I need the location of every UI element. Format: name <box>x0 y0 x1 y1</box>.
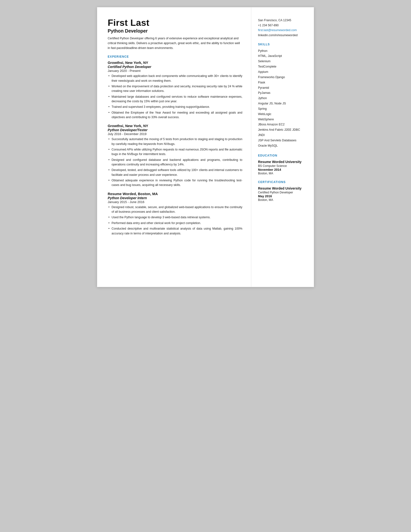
skills-section-header: SKILLS <box>258 43 307 46</box>
skill-item-15: Jenkins And Fabric J2EE JDBC <box>258 127 307 133</box>
contact-linkedin: linkedin.com/in/resumeworded <box>258 33 307 38</box>
skill-item-1: HTML, JavaScript <box>258 54 307 59</box>
experience-item-1: Growthsi, New York, NYPython Developer/T… <box>108 124 242 187</box>
skill-item-7: Pyramid <box>258 85 307 91</box>
company-name-2: Resume Worded, <box>108 192 137 196</box>
skill-item-8: PyJamas <box>258 90 307 96</box>
exp-role-2: Python Developer Intern <box>108 196 242 200</box>
skill-item-0: Python <box>258 48 307 54</box>
exp-bullet-1-3: Developed, tested, and debugged software… <box>108 168 242 177</box>
exp-dates-2: January 2015 - June 2016 <box>108 200 242 204</box>
education-item-0: Resume Worded UniversityBS Computer Scie… <box>258 160 307 175</box>
candidate-title: Python Developer <box>108 28 242 34</box>
edu-degree-0: BS Computer Science <box>258 164 307 168</box>
skill-item-6: Flask <box>258 80 307 85</box>
skill-item-10: Angular JS; Node JS <box>258 101 307 106</box>
skill-item-12: WebLogic <box>258 112 307 117</box>
exp-role-1: Python Developer/Tester <box>108 128 242 132</box>
edu-location-0: Boston, MA <box>258 172 307 175</box>
contact-phone: +1 234 567-890 <box>258 23 307 28</box>
exp-bullet-2-0: Designed robust, scalable, secure, and g… <box>108 205 242 214</box>
skill-item-4: Appium <box>258 69 307 75</box>
candidate-summary: Certified Python Developer offering 6 ye… <box>108 36 242 51</box>
contact-address: San Francisco, CA 12345 <box>258 18 307 23</box>
contact-block: San Francisco, CA 12345 +1 234 567-890 f… <box>258 18 307 38</box>
experience-container: Growthsi, New York, NYCertified Python D… <box>108 61 242 236</box>
exp-bullet-1-2: Designed and configured database and bac… <box>108 158 242 167</box>
resume-page: First Last Python Developer Certified Py… <box>97 7 314 287</box>
experience-item-2: Resume Worded, Boston, MAPython Develope… <box>108 192 242 236</box>
skill-item-16: JNDI <box>258 133 307 138</box>
experience-section-header: EXPERIENCE <box>108 55 242 58</box>
exp-bullets-0: Developed web application back end compo… <box>108 74 242 120</box>
skill-item-5: Frameworks Django <box>258 75 307 80</box>
skill-item-11: Spring <box>258 106 307 112</box>
company-name-1: Growthsi, <box>108 124 124 128</box>
education-container: Resume Worded UniversityBS Computer Scie… <box>258 160 307 175</box>
exp-company-2: Resume Worded, Boston, MA <box>108 192 242 196</box>
email-link[interactable]: first.last@resumeworded.com <box>258 28 297 32</box>
skill-item-13: WebSphere <box>258 117 307 122</box>
cert-institution-0: Resume Worded University <box>258 186 307 190</box>
candidate-name: First Last <box>108 18 242 28</box>
exp-company-0: Growthsi, New York, NY <box>108 61 242 65</box>
left-column: First Last Python Developer Certified Py… <box>97 7 251 287</box>
company-name-0: Growthsi, <box>108 61 124 65</box>
exp-bullet-1-4: Obtained adequate experience in reviewin… <box>108 178 242 188</box>
exp-bullets-2: Designed robust, scalable, secure, and g… <box>108 205 242 236</box>
exp-bullet-2-2: Performed data entry and other clerical … <box>108 221 242 226</box>
skill-item-14: JBoss Amazon EC2 <box>258 122 307 127</box>
exp-dates-1: July 2016 - December 2019 <box>108 132 242 136</box>
skill-item-9: Jython <box>258 96 307 101</box>
exp-role-0: Certified Python Developer <box>108 65 242 69</box>
experience-item-0: Growthsi, New York, NYCertified Python D… <box>108 61 242 120</box>
edu-date-0: November 2014 <box>258 168 307 171</box>
exp-bullet-0-1: Worked on the improvement of data protec… <box>108 84 242 94</box>
certifications-section-header: CERTIFICATIONS <box>258 180 307 184</box>
exp-bullet-2-3: Conducted descriptive and multivariate s… <box>108 227 242 236</box>
contact-email[interactable]: first.last@resumeworded.com <box>258 28 307 33</box>
exp-bullet-0-4: Obtained the Employee of the Year Award … <box>108 110 242 120</box>
cert-name-0: Certified Python Developer <box>258 191 307 194</box>
cert-location-0: Boston, MA <box>258 198 307 202</box>
education-section-header: EDUCATION <box>258 154 307 157</box>
skill-item-18: Oracle MySQL <box>258 143 307 149</box>
certification-item-0: Resume Worded UniversityCertified Python… <box>258 186 307 202</box>
exp-dates-0: January 2020 - Present <box>108 69 242 73</box>
certifications-container: Resume Worded UniversityCertified Python… <box>258 186 307 202</box>
exp-bullet-1-1: Consumed APIs while utilizing Python req… <box>108 147 242 157</box>
exp-bullet-2-1: Used the Python language to develop 3 we… <box>108 215 242 220</box>
skill-item-3: TestComplete <box>258 64 307 69</box>
skill-item-17: JSP And Servlets Databases <box>258 138 307 143</box>
right-column: San Francisco, CA 12345 +1 234 567-890 f… <box>251 7 314 287</box>
edu-institution-0: Resume Worded University <box>258 160 307 164</box>
exp-bullet-0-2: Maintained large databases and configure… <box>108 95 242 104</box>
exp-bullet-1-0: Successfully automated the moving of 5 t… <box>108 137 242 146</box>
skill-item-2: Selenium <box>258 59 307 64</box>
exp-company-1: Growthsi, New York, NY <box>108 124 242 128</box>
cert-date-0: May 2016 <box>258 194 307 198</box>
exp-bullet-0-3: Trained and supervised 3 employees, prov… <box>108 105 242 109</box>
exp-bullet-0-0: Developed web application back end compo… <box>108 74 242 83</box>
exp-bullets-1: Successfully automated the moving of 5 t… <box>108 137 242 187</box>
skills-list: PythonHTML, JavaScriptSeleniumTestComple… <box>258 48 307 149</box>
